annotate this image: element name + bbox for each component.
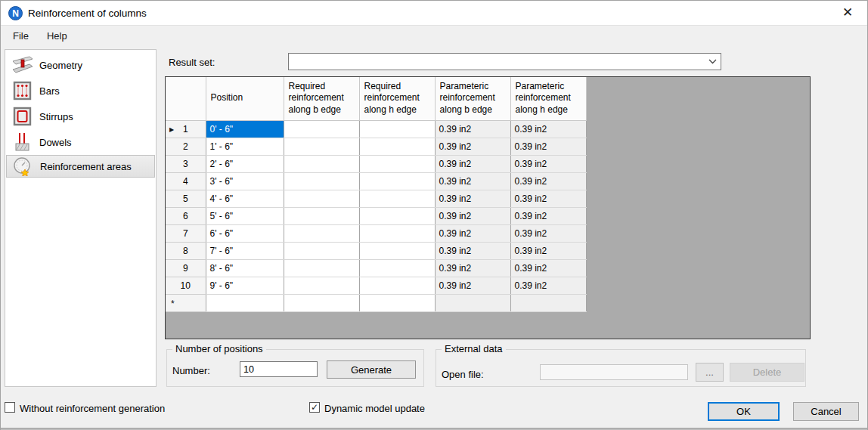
grid-column-header[interactable]: Position	[206, 77, 284, 120]
parametric-b-cell[interactable]: 0.39 in2	[435, 120, 510, 138]
parametric-b-cell[interactable]: 0.39 in2	[435, 277, 510, 294]
parametric-h-cell[interactable]: 0.39 in2	[510, 138, 586, 155]
parametric-h-cell[interactable]: 0.39 in2	[510, 155, 586, 172]
sidebar-item-bars[interactable]: Bars	[6, 79, 155, 103]
position-cell[interactable]: 7' - 6"	[206, 242, 284, 259]
sidebar-item-dowels[interactable]: Dowels	[6, 130, 155, 154]
parametric-b-cell[interactable]: 0.39 in2	[435, 172, 510, 190]
grid-row-header[interactable]: 6	[166, 207, 206, 224]
parametric-h-cell[interactable]: 0.39 in2	[510, 224, 586, 242]
parametric-h-cell[interactable]	[510, 294, 586, 311]
grid-row-header[interactable]: 2	[166, 138, 206, 155]
position-cell[interactable]: 1' - 6"	[206, 138, 284, 155]
parametric-b-cell[interactable]: 0.39 in2	[435, 224, 510, 242]
parametric-b-cell[interactable]: 0.39 in2	[435, 138, 510, 155]
position-cell[interactable]: 2' - 6"	[206, 155, 284, 172]
position-cell[interactable]: 8' - 6"	[206, 259, 284, 277]
parametric-b-cell[interactable]: 0.39 in2	[435, 242, 510, 259]
required-b-cell[interactable]	[284, 207, 359, 224]
grid-row-header[interactable]: 7	[166, 224, 206, 242]
position-cell[interactable]: 3' - 6"	[206, 172, 284, 190]
grid-column-header[interactable]: Parameteric reinforcement along h edge	[510, 77, 586, 120]
required-b-cell[interactable]	[284, 172, 359, 190]
parametric-h-cell[interactable]: 0.39 in2	[510, 190, 586, 207]
chevron-down-icon[interactable]	[704, 59, 721, 64]
sidebar-item-reinforcement-areas[interactable]: Reinforcement areas	[6, 155, 155, 178]
required-h-cell[interactable]	[359, 172, 435, 190]
parametric-b-cell[interactable]: 0.39 in2	[435, 259, 510, 277]
position-cell[interactable]: 5' - 6"	[206, 207, 284, 224]
grid-column-header[interactable]: Parameteric reinforcement along b edge	[435, 77, 510, 120]
required-b-cell[interactable]	[284, 120, 359, 138]
grid-column-header[interactable]: Required reinforcement along b edge	[284, 77, 359, 120]
required-h-cell[interactable]	[359, 190, 435, 207]
menu-help[interactable]: Help	[38, 26, 76, 46]
row-number: 10	[181, 280, 191, 291]
required-b-cell[interactable]	[284, 259, 359, 277]
grid-corner-header[interactable]	[166, 77, 206, 120]
grid-row-header[interactable]: ▶1	[166, 120, 206, 138]
required-h-cell[interactable]	[359, 242, 435, 259]
parametric-h-cell[interactable]: 0.39 in2	[510, 172, 586, 190]
grid-column-header[interactable]: Required reinforcement along h edge	[359, 77, 435, 120]
result-set-combobox[interactable]	[288, 53, 721, 70]
position-cell[interactable]	[206, 294, 284, 311]
parametric-h-cell[interactable]: 0.39 in2	[510, 207, 586, 224]
sidebar-item-stirrups[interactable]: Stirrups	[6, 104, 155, 128]
number-of-positions-group: Number of positions Number: Generate	[166, 349, 424, 387]
row-number: 7	[183, 228, 188, 239]
required-b-cell[interactable]	[284, 294, 359, 311]
required-h-cell[interactable]	[359, 155, 435, 172]
position-cell[interactable]: 9' - 6"	[206, 277, 284, 294]
row-number: 4	[183, 176, 188, 187]
position-cell[interactable]: 4' - 6"	[206, 190, 284, 207]
parametric-h-cell[interactable]: 0.39 in2	[510, 277, 586, 294]
grid-row-header[interactable]: 9	[166, 259, 206, 277]
parametric-h-cell[interactable]: 0.39 in2	[510, 120, 586, 138]
ok-button[interactable]: OK	[708, 402, 780, 421]
parametric-b-cell[interactable]: 0.39 in2	[435, 190, 510, 207]
required-h-cell[interactable]	[359, 138, 435, 155]
required-h-cell[interactable]	[359, 207, 435, 224]
required-h-cell[interactable]	[359, 259, 435, 277]
position-cell[interactable]: 0' - 6"	[206, 120, 284, 138]
number-input[interactable]	[240, 361, 318, 377]
geometry-icon	[11, 55, 34, 75]
menu-file[interactable]: File	[1, 26, 38, 46]
grid-row: 32' - 6"0.39 in20.39 in2	[166, 155, 586, 172]
required-b-cell[interactable]	[284, 138, 359, 155]
sidebar-item-geometry[interactable]: Geometry	[6, 53, 155, 77]
parametric-b-cell[interactable]: 0.39 in2	[435, 207, 510, 224]
grid-row-header[interactable]: *	[166, 294, 206, 311]
grid-row: 76' - 6"0.39 in20.39 in2	[166, 224, 586, 242]
required-b-cell[interactable]	[284, 155, 359, 172]
grid-row-header[interactable]: 5	[166, 190, 206, 207]
sidebar-item-label: Dowels	[39, 137, 72, 148]
parametric-h-cell[interactable]: 0.39 in2	[510, 242, 586, 259]
open-file-input[interactable]	[540, 364, 688, 380]
position-cell[interactable]: 6' - 6"	[206, 224, 284, 242]
generate-button[interactable]: Generate	[327, 360, 416, 379]
required-h-cell[interactable]	[359, 277, 435, 294]
required-h-cell[interactable]	[359, 224, 435, 242]
required-h-cell[interactable]	[359, 294, 435, 311]
required-h-cell[interactable]	[359, 120, 435, 138]
browse-button[interactable]: ...	[696, 363, 724, 382]
parametric-h-cell[interactable]: 0.39 in2	[510, 259, 586, 277]
close-icon[interactable]: ✕	[834, 1, 861, 24]
required-b-cell[interactable]	[284, 242, 359, 259]
grid-row-header[interactable]: 10	[166, 277, 206, 294]
without-reinforcement-checkbox[interactable]	[5, 402, 15, 413]
grid-row-header[interactable]: 8	[166, 242, 206, 259]
dynamic-model-update-checkbox[interactable]	[309, 402, 320, 413]
cancel-button[interactable]: Cancel	[793, 402, 859, 421]
parametric-b-cell[interactable]: 0.39 in2	[435, 155, 510, 172]
grid-row: ▶10' - 6"0.39 in20.39 in2	[166, 120, 586, 138]
dynamic-model-update-label: Dynamic model update	[324, 403, 425, 414]
grid-row-header[interactable]: 4	[166, 172, 206, 190]
required-b-cell[interactable]	[284, 190, 359, 207]
parametric-b-cell[interactable]	[435, 294, 510, 311]
required-b-cell[interactable]	[284, 224, 359, 242]
required-b-cell[interactable]	[284, 277, 359, 294]
grid-row-header[interactable]: 3	[166, 155, 206, 172]
